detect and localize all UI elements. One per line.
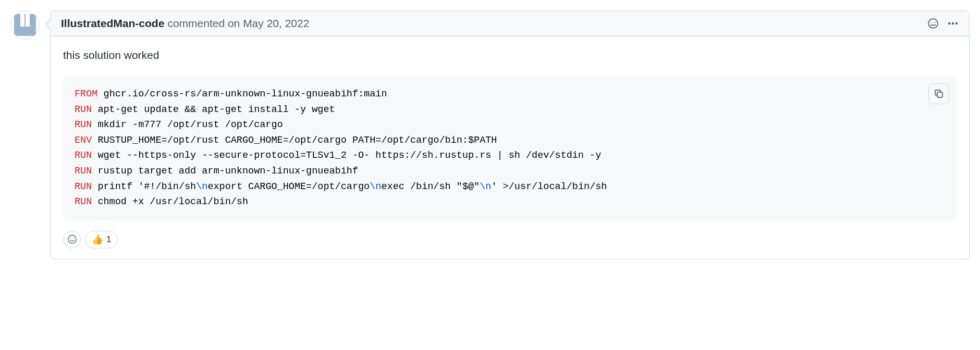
code-line: RUN rustup target add arm-unknown-linux-… xyxy=(75,164,945,179)
author-link[interactable]: IllustratedMan-code xyxy=(61,17,164,30)
comment-text: this solution worked xyxy=(63,49,957,61)
code-line: RUN printf '#!/bin/sh\nexport CARGO_HOME… xyxy=(75,179,945,195)
code-text: chmod +x /usr/local/bin/sh xyxy=(92,196,248,207)
code-line: ENV RUSTUP_HOME=/opt/rust CARGO_HOME=/op… xyxy=(75,133,945,148)
dockerfile-keyword: ENV xyxy=(75,135,92,146)
dockerfile-keyword: RUN xyxy=(75,119,92,130)
dockerfile-keyword: RUN xyxy=(75,196,92,207)
dockerfile-keyword: RUN xyxy=(75,166,92,177)
kebab-menu-button[interactable] xyxy=(947,18,959,29)
code-block: FROM ghcr.io/cross-rs/arm-unknown-linux-… xyxy=(63,76,957,220)
comment-container: IllustratedMan-code commented on May 20,… xyxy=(10,10,970,259)
copy-button[interactable] xyxy=(928,83,949,104)
code-text: mkdir -m777 /opt/rust /opt/cargo xyxy=(92,119,283,130)
dockerfile-keyword: RUN xyxy=(75,150,92,161)
comment-meta: commented on May 20, 2022 xyxy=(167,17,309,30)
escape-sequence: \n xyxy=(196,181,207,192)
comment-box: IllustratedMan-code commented on May 20,… xyxy=(50,10,970,259)
code-text: exec /bin/sh "$@" xyxy=(381,181,480,192)
code-text: printf '#!/bin/sh xyxy=(92,181,196,192)
comment-timestamp[interactable]: on May 20, 2022 xyxy=(228,17,309,29)
comment-header-left: IllustratedMan-code commented on May 20,… xyxy=(61,17,309,30)
reaction-pill[interactable]: 👍1 xyxy=(85,231,118,248)
code-line: RUN apt-get update && apt-get install -y… xyxy=(75,102,945,118)
escape-sequence: \n xyxy=(480,181,491,192)
code-text: export CARGO_HOME=/opt/cargo xyxy=(207,181,370,192)
add-reaction-button[interactable] xyxy=(63,231,81,248)
code-content: FROM ghcr.io/cross-rs/arm-unknown-linux-… xyxy=(75,86,945,210)
svg-rect-6 xyxy=(937,92,942,97)
code-line: FROM ghcr.io/cross-rs/arm-unknown-linux-… xyxy=(75,86,945,102)
svg-point-2 xyxy=(934,22,935,23)
comment-action: commented xyxy=(167,17,228,29)
svg-point-8 xyxy=(70,238,70,239)
smiley-icon xyxy=(927,18,939,29)
dockerfile-keyword: RUN xyxy=(75,181,92,192)
escape-sequence: \n xyxy=(370,181,381,192)
svg-point-1 xyxy=(931,22,932,23)
code-text: RUSTUP_HOME=/opt/rust CARGO_HOME=/opt/ca… xyxy=(92,135,497,146)
svg-point-5 xyxy=(956,22,958,24)
comment-header-actions xyxy=(927,18,959,29)
svg-point-9 xyxy=(73,238,74,239)
comment-body: this solution worked FROM ghcr.io/cross-… xyxy=(51,36,969,259)
comment-header: IllustratedMan-code commented on May 20,… xyxy=(51,11,969,36)
dockerfile-keyword: FROM xyxy=(75,89,97,99)
avatar-column xyxy=(10,10,40,259)
smiley-icon xyxy=(67,234,77,244)
code-text: ' >/usr/local/bin/sh xyxy=(491,181,607,192)
svg-point-3 xyxy=(948,22,950,24)
code-text: apt-get update && apt-get install -y wge… xyxy=(92,104,335,115)
reactions-bar: 👍1 xyxy=(63,231,957,248)
react-icon-button[interactable] xyxy=(927,18,939,29)
svg-point-4 xyxy=(952,22,954,24)
reaction-count: 1 xyxy=(106,234,111,245)
code-text: rustup target add arm-unknown-linux-gnue… xyxy=(92,166,358,177)
avatar[interactable] xyxy=(10,10,40,40)
code-line: RUN chmod +x /usr/local/bin/sh xyxy=(75,194,945,210)
code-text: ghcr.io/cross-rs/arm-unknown-linux-gnuea… xyxy=(97,89,387,99)
code-text: wget --https-only --secure-protocol=TLSv… xyxy=(92,150,601,161)
code-line: RUN wget --https-only --secure-protocol=… xyxy=(75,148,945,164)
dockerfile-keyword: RUN xyxy=(75,104,92,115)
code-line: RUN mkdir -m777 /opt/rust /opt/cargo xyxy=(75,117,945,133)
kebab-icon xyxy=(947,18,959,29)
svg-point-0 xyxy=(928,19,938,28)
svg-point-7 xyxy=(68,235,76,243)
reaction-emoji: 👍 xyxy=(92,234,103,245)
copy-icon xyxy=(934,89,944,99)
